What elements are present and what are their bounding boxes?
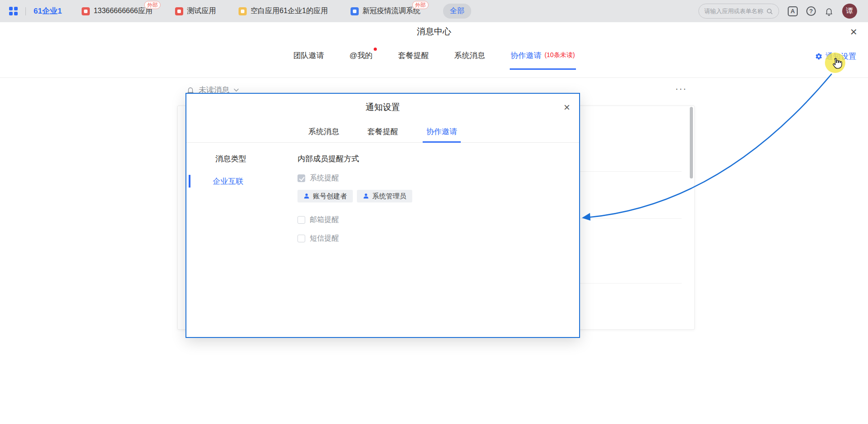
tag-label: 账号创建者 [313, 192, 347, 201]
tab-label: 团队邀请 [293, 50, 324, 61]
app-icon [82, 7, 90, 15]
avatar[interactable]: 谭 [842, 4, 857, 19]
option-sms-remind: 短信提醒 [297, 234, 339, 243]
help-icon[interactable]: ? [806, 6, 816, 16]
tab-at-me[interactable]: @我的 [349, 41, 372, 70]
modal-body: 消息类型 内部成员提醒方式 企业互联 系统提醒 账号创建者 系统管理员 邮箱提醒… [186, 143, 579, 337]
close-icon[interactable]: × [850, 26, 857, 38]
checkbox-email-remind[interactable] [297, 216, 305, 224]
tab-label: 协作邀请 [511, 50, 541, 61]
topbar-right: A ? 谭 [698, 4, 857, 19]
modal-header: 通知设置 × [186, 94, 579, 121]
modal-tab-collab-invite[interactable]: 协作邀请 [426, 121, 457, 142]
external-badge: 外部 [144, 1, 161, 9]
unread-count: (10条未读) [545, 51, 575, 59]
app-name: 空白应用61企业1的应用 [250, 6, 328, 16]
message-type-header: 消息类型 [215, 154, 246, 164]
tab-plan-reminder[interactable]: 套餐提醒 [398, 41, 429, 70]
unread-dot [374, 48, 377, 51]
option-system-remind: 系统提醒 [297, 173, 339, 183]
tab-label: 系统消息 [308, 126, 339, 137]
option-label: 短信提醒 [310, 234, 339, 243]
remind-method-header: 内部成员提醒方式 [297, 154, 359, 164]
app-icon [351, 7, 359, 15]
option-label: 系统提醒 [310, 173, 339, 183]
app-grid-icon[interactable] [9, 7, 18, 15]
topbar: 61企业1 13366666666应用 外部 测试应用 空白应用61企业1的应用… [0, 0, 868, 22]
more-actions-button[interactable]: ··· [675, 84, 687, 93]
modal-close-icon[interactable]: × [564, 102, 570, 113]
message-center-tabs: 团队邀请 @我的 套餐提醒 系统消息 协作邀请 (10条未读) [0, 41, 868, 70]
checkbox-sms-remind[interactable] [297, 235, 305, 242]
topbar-left: 61企业1 13366666666应用 外部 测试应用 空白应用61企业1的应用… [9, 4, 698, 19]
tab-label: 套餐提醒 [367, 126, 398, 137]
person-icon [303, 193, 310, 199]
topbar-app-2[interactable]: 测试应用 [175, 6, 216, 16]
settings-label: 通知设置 [825, 51, 856, 62]
external-badge: 外部 [412, 1, 429, 9]
modal-tabs: 系统消息 套餐提醒 协作邀请 [186, 121, 579, 143]
tab-label: 系统消息 [454, 50, 485, 61]
topbar-app-1[interactable]: 13366666666应用 外部 [82, 6, 152, 16]
member-tags-row: 账号创建者 系统管理员 [297, 190, 412, 202]
notification-bell-icon[interactable] [824, 7, 834, 16]
app-name: 测试应用 [187, 6, 216, 16]
app-icon [239, 7, 247, 15]
member-tag-system-admin[interactable]: 系统管理员 [357, 190, 412, 202]
topbar-app-3[interactable]: 空白应用61企业1的应用 [239, 6, 328, 16]
app-icon [175, 7, 183, 15]
tab-label: 协作邀请 [426, 126, 457, 137]
modal-tab-system-message[interactable]: 系统消息 [308, 121, 339, 142]
scrollbar[interactable] [690, 107, 693, 328]
nav-item-enterprise-link[interactable]: 企业互联 [186, 173, 270, 189]
divider [25, 7, 26, 15]
gear-icon [815, 53, 823, 60]
page-title: 消息中心 [417, 26, 451, 38]
checkbox-system-remind[interactable] [297, 174, 305, 182]
all-apps-button[interactable]: 全部 [443, 4, 471, 19]
tab-collab-invite[interactable]: 协作邀请 (10条未读) [511, 41, 575, 70]
tag-label: 系统管理员 [372, 192, 406, 201]
chevron-down-icon [234, 88, 239, 92]
search-icon [766, 8, 773, 15]
scrollbar-thumb[interactable] [690, 107, 693, 178]
option-label: 邮箱提醒 [310, 215, 339, 225]
option-email-remind: 邮箱提醒 [297, 215, 339, 225]
tab-team-invite[interactable]: 团队邀请 [293, 41, 324, 70]
app-search-box[interactable] [698, 4, 779, 19]
modal-tab-plan-reminder[interactable]: 套餐提醒 [367, 121, 398, 142]
member-tag-account-creator[interactable]: 账号创建者 [297, 190, 353, 202]
app-search-input[interactable] [704, 8, 763, 14]
app-name: 新冠疫情流调系统 [362, 6, 420, 16]
notification-settings-button[interactable]: 通知设置 [815, 51, 856, 62]
modal-title: 通知设置 [366, 101, 400, 113]
notification-settings-modal: 通知设置 × 系统消息 套餐提醒 协作邀请 消息类型 内部成员提醒方式 企业互联… [185, 93, 580, 338]
tab-label: 套餐提醒 [398, 50, 429, 61]
person-icon [363, 193, 369, 199]
app-name: 13366666666应用 [93, 6, 152, 16]
tab-label: @我的 [349, 50, 372, 61]
workspace-name[interactable]: 61企业1 [34, 6, 62, 16]
tab-system-message[interactable]: 系统消息 [454, 41, 485, 70]
message-center-header: 消息中心 [0, 22, 868, 41]
topbar-app-4[interactable]: 新冠疫情流调系统 外部 [351, 6, 420, 16]
language-icon[interactable]: A [788, 6, 798, 16]
